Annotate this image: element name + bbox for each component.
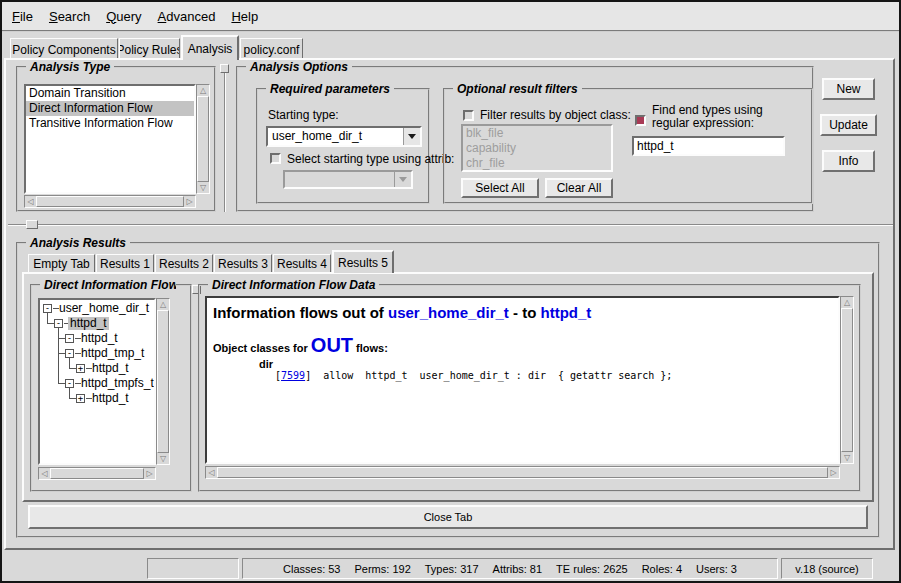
scroll-down-icon[interactable]: ▽ — [157, 453, 169, 464]
tree-expand-icon[interactable]: + — [76, 364, 85, 373]
tab-policy-rules[interactable]: Policy Rules — [119, 38, 180, 60]
tree-node-label[interactable]: user_home_dir_t — [57, 302, 151, 315]
list-item-transitive-information-flow[interactable]: Transitive Information Flow — [26, 116, 194, 131]
object-class-checkbox-label[interactable]: Filter results by object class: — [480, 108, 631, 122]
scroll-left-icon[interactable]: ◁ — [206, 467, 217, 478]
attrib-checkbox-label[interactable]: Select starting type using attrib: — [287, 152, 454, 166]
subhead-prefix: Object classes for — [213, 342, 311, 354]
update-button[interactable]: Update — [820, 114, 877, 136]
status-cell-empty — [147, 558, 239, 579]
tree-node-label[interactable]: httpd_t — [79, 332, 120, 345]
rule-id-link[interactable]: 7599 — [281, 370, 305, 381]
stat-classes: Classes: 53 — [283, 563, 340, 575]
scroll-left-icon[interactable]: ◁ — [25, 196, 36, 207]
object-class-listbox: blk_file capability chr_file — [461, 124, 613, 172]
scroll-thumb[interactable] — [841, 308, 853, 452]
starting-type-label: Starting type: — [268, 108, 339, 122]
object-class-item: chr_file — [463, 156, 611, 171]
tree-line — [69, 368, 76, 369]
tree-node-label[interactable]: httpd_t — [90, 362, 131, 375]
tab-results-3[interactable]: Results 3 — [214, 254, 272, 273]
scroll-left-icon[interactable]: ◁ — [39, 468, 50, 479]
regex-checkbox[interactable] — [635, 115, 646, 126]
data-hscrollbar[interactable]: ◁ ▷ — [205, 466, 840, 479]
chevron-down-icon — [394, 172, 411, 187]
tree-node-label[interactable]: httpd_tmpfs_t — [79, 377, 156, 390]
select-all-button[interactable]: Select All — [461, 178, 539, 198]
sash-handle[interactable] — [26, 220, 38, 229]
tree-vscrollbar[interactable]: △ ▽ — [156, 298, 170, 465]
tree-line — [47, 323, 54, 324]
required-parameters-title: Required parameters — [266, 82, 394, 96]
analysis-type-vscrollbar[interactable]: △ ▽ — [196, 84, 210, 194]
starting-type-combobox[interactable]: user_home_dir_t — [266, 126, 422, 147]
tab-policy-conf[interactable]: policy.conf — [240, 38, 303, 60]
tree-node-label[interactable]: httpd_tmp_t — [79, 347, 146, 360]
stat-users: Users: 3 — [696, 563, 737, 575]
list-item-direct-information-flow[interactable]: Direct Information Flow — [26, 101, 194, 116]
tree-expand-icon[interactable]: - — [54, 319, 63, 328]
stat-roles: Roles: 4 — [642, 563, 682, 575]
tree-expand-icon[interactable]: - — [43, 304, 52, 313]
flow-heading-mid: - to — [509, 304, 541, 321]
tree-line — [58, 328, 59, 384]
scroll-thumb[interactable] — [197, 96, 209, 182]
tree-expand-icon[interactable]: - — [65, 349, 74, 358]
scroll-right-icon[interactable]: ▷ — [184, 196, 195, 207]
clear-all-button[interactable]: Clear All — [545, 178, 613, 198]
analysis-type-hscrollbar[interactable]: ◁ ▷ — [24, 195, 196, 208]
object-class-heading: dir — [213, 358, 832, 370]
out-flow-label: OUT — [311, 334, 353, 356]
menu-file[interactable]: File — [12, 9, 33, 24]
analysis-type-title: Analysis Type — [26, 60, 114, 74]
menu-search[interactable]: Search — [49, 9, 90, 24]
scroll-right-icon[interactable]: ▷ — [828, 467, 839, 478]
tab-results-2[interactable]: Results 2 — [155, 254, 213, 273]
close-tab-button[interactable]: Close Tab — [28, 505, 868, 529]
flow-source-type: user_home_dir_t — [388, 304, 509, 321]
regex-checkbox-label[interactable]: Find end types using regular expression: — [652, 104, 794, 130]
starting-type-value: user_home_dir_t — [268, 128, 403, 145]
flow-target-type: httpd_t — [541, 304, 592, 321]
tree-line — [58, 353, 65, 354]
tab-empty-tab[interactable]: Empty Tab — [28, 254, 95, 273]
scroll-up-icon[interactable]: △ — [841, 297, 853, 308]
attrib-checkbox[interactable] — [270, 153, 281, 164]
tree-expand-icon[interactable]: + — [76, 394, 85, 403]
chevron-down-icon[interactable] — [403, 128, 420, 145]
menu-query[interactable]: Query — [106, 9, 141, 24]
data-vscrollbar[interactable]: △ ▽ — [840, 296, 854, 464]
scroll-thumb[interactable] — [217, 467, 828, 478]
tree-expand-icon[interactable]: - — [65, 334, 74, 343]
attrib-combobox — [283, 170, 413, 189]
new-button[interactable]: New — [822, 78, 875, 100]
scroll-right-icon[interactable]: ▷ — [144, 468, 155, 479]
scroll-thumb[interactable] — [36, 196, 184, 207]
scroll-down-icon[interactable]: ▽ — [841, 452, 853, 463]
scroll-down-icon[interactable]: ▽ — [197, 182, 209, 193]
info-button[interactable]: Info — [822, 150, 875, 172]
object-class-item: capability — [463, 141, 611, 156]
tab-results-5[interactable]: Results 5 — [332, 250, 394, 273]
scroll-thumb[interactable] — [157, 310, 169, 453]
tab-results-4[interactable]: Results 4 — [273, 254, 331, 273]
menu-help[interactable]: Help — [231, 9, 258, 24]
tree-hscrollbar[interactable]: ◁ ▷ — [38, 467, 156, 480]
stat-attribs: Attribs: 81 — [493, 563, 543, 575]
scroll-up-icon[interactable]: △ — [157, 299, 169, 310]
tree-node-label[interactable]: httpd_t — [90, 392, 131, 405]
tree-node-label[interactable]: httpd_t — [68, 317, 109, 330]
list-item-domain-transition[interactable]: Domain Transition — [26, 86, 194, 101]
scroll-thumb[interactable] — [50, 468, 144, 479]
tree-expand-icon[interactable]: - — [65, 379, 74, 388]
tab-analysis[interactable]: Analysis — [181, 35, 239, 60]
menu-advanced[interactable]: Advanced — [158, 9, 216, 24]
regex-input[interactable] — [632, 136, 785, 156]
pane-divider — [224, 68, 226, 212]
tab-results-1[interactable]: Results 1 — [96, 254, 154, 273]
flow-data-text: Information flows out of user_home_dir_t… — [205, 296, 840, 464]
sash-handle[interactable] — [220, 64, 229, 73]
object-class-checkbox[interactable] — [463, 110, 474, 121]
tab-policy-components[interactable]: Policy Components — [10, 38, 118, 60]
scroll-up-icon[interactable]: △ — [197, 85, 209, 96]
